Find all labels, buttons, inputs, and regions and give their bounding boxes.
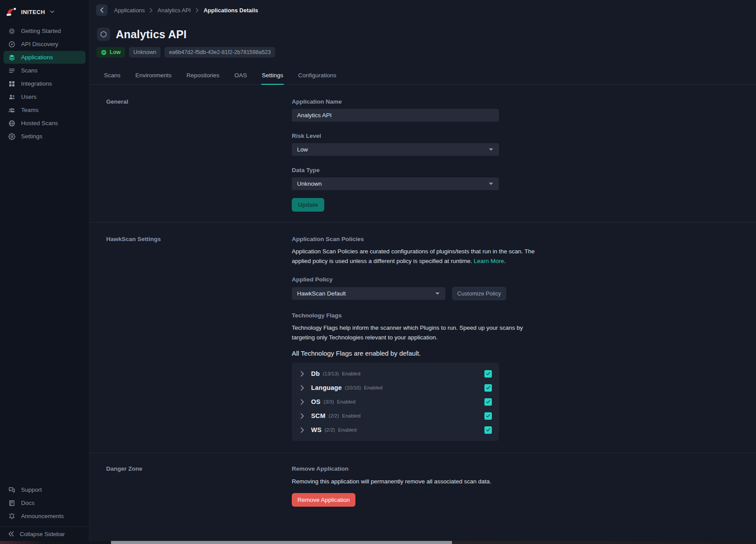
update-button[interactable]: Update — [292, 198, 324, 212]
sidebar-item-hosted-scans[interactable]: Hosted Scans — [4, 117, 86, 130]
bell-icon — [8, 512, 16, 520]
remove-application-button[interactable]: Remove Application — [292, 493, 355, 507]
sidebar-item-applications[interactable]: Applications — [4, 51, 86, 64]
technology-flags-note: All Technology Flags are enabled by defa… — [292, 349, 756, 357]
sidebar-item-label: Applications — [21, 54, 53, 61]
sidebar-footer: Support Docs Announcements — [0, 483, 89, 526]
collapse-sidebar-label: Collapse Sidebar — [20, 531, 65, 537]
data-type-label: Data Type — [292, 167, 499, 173]
chevron-right-icon — [301, 371, 304, 377]
globe-icon — [8, 119, 16, 127]
flag-row-ws[interactable]: WS (2/2) Enabled — [292, 423, 499, 437]
discovery-compass-icon — [8, 40, 16, 48]
sidebar-item-support[interactable]: Support — [4, 483, 86, 496]
sidebar-item-settings[interactable]: Settings — [4, 130, 86, 143]
back-button[interactable] — [96, 4, 107, 16]
danger-zone-label: Danger Zone — [106, 465, 292, 507]
sidebar-item-integrations[interactable]: Integrations — [4, 77, 86, 90]
customize-policy-button[interactable]: Customize Policy — [452, 287, 506, 300]
horizontal-scrollbar — [0, 541, 756, 544]
caret-down-icon — [488, 182, 494, 185]
tab-configurations[interactable]: Configurations — [297, 68, 337, 84]
danger-zone-section: Danger Zone Remove Application Removing … — [90, 453, 756, 507]
flag-count: (3/3) — [323, 399, 334, 404]
risk-badge-label: Low — [110, 49, 121, 55]
sidebar-item-label: Announcements — [21, 513, 64, 519]
technology-flags-panel: Db (13/13) Enabled Language (10/10) Enab… — [292, 363, 499, 441]
layers-icon — [8, 54, 16, 61]
applied-policy-select[interactable]: HawkScan Default — [292, 287, 445, 300]
breadcrumb: Applications Analytics API Applications … — [96, 4, 756, 16]
page-header: Analytics API — [97, 28, 756, 41]
flag-checkbox[interactable] — [484, 398, 492, 406]
risk-level-value: Low — [297, 146, 308, 153]
hawkscan-settings-section: HawkScan Settings Application Scan Polic… — [90, 223, 756, 453]
collapse-sidebar-button[interactable]: Collapse Sidebar — [0, 526, 89, 541]
general-section: General Application Name Risk Level Low … — [90, 85, 756, 222]
chevron-right-icon — [301, 399, 304, 405]
scan-policies-description: Application Scan Policies are curated co… — [292, 247, 537, 266]
horizontal-scrollbar-thumb[interactable] — [111, 541, 452, 544]
technology-flags-heading: Technology Flags — [292, 312, 756, 319]
flag-name: Language — [311, 384, 342, 391]
flag-checkbox[interactable] — [484, 370, 492, 378]
sidebar-item-scans[interactable]: Scans — [4, 64, 86, 77]
flag-checkbox[interactable] — [484, 384, 492, 392]
breadcrumb-analytics-api[interactable]: Analytics API — [158, 7, 191, 14]
flag-name: WS — [311, 426, 322, 433]
chevron-right-icon — [196, 8, 199, 13]
santa-hat-logo-icon — [6, 7, 17, 17]
main-content: Applications Analytics API Applications … — [90, 0, 756, 544]
flag-row-scm[interactable]: SCM (2/2) Enabled — [292, 409, 499, 423]
sidebar-item-label: Teams — [21, 107, 39, 113]
sidebar-item-docs[interactable]: Docs — [4, 497, 86, 509]
flag-row-db[interactable]: Db (13/13) Enabled — [292, 367, 499, 381]
remove-application-heading: Remove Application — [292, 465, 756, 472]
gear-icon — [8, 133, 16, 141]
flag-status: Enabled — [364, 385, 383, 390]
flag-checkbox[interactable] — [484, 412, 492, 420]
sidebar-item-teams[interactable]: Teams — [4, 104, 86, 116]
tab-repositories[interactable]: Repositories — [186, 68, 220, 84]
sidebar-item-users[interactable]: Users — [4, 90, 86, 103]
tab-oas[interactable]: OAS — [233, 68, 248, 84]
data-type-badge: Unknown — [129, 47, 161, 58]
application-name-input[interactable] — [292, 109, 499, 122]
team-icon — [8, 106, 16, 114]
sidebar-item-label: Settings — [21, 133, 43, 140]
scan-policies-description-tail: . — [504, 258, 506, 264]
org-switcher[interactable]: INITECH — [0, 0, 89, 25]
flag-name: Db — [311, 370, 320, 377]
sidebar: INITECH Getting Started API Discovery — [0, 0, 90, 544]
application-name-label: Application Name — [292, 98, 499, 105]
flag-count: (2/2) — [325, 427, 335, 432]
app-id-badge: ea6b47d2-f5db-43e2-81f2-2b781598a523 — [165, 47, 275, 58]
sidebar-item-getting-started[interactable]: Getting Started — [4, 25, 86, 37]
double-chevron-left-icon — [8, 531, 14, 537]
flag-row-language[interactable]: Language (10/10) Enabled — [292, 381, 499, 395]
caret-down-icon — [435, 292, 440, 295]
tab-environments[interactable]: Environments — [135, 68, 173, 84]
risk-level-select[interactable]: Low — [292, 143, 499, 156]
tab-settings[interactable]: Settings — [261, 68, 284, 84]
chevron-right-icon — [301, 385, 304, 391]
app-root: INITECH Getting Started API Discovery — [0, 0, 756, 544]
tab-scans[interactable]: Scans — [103, 68, 122, 84]
data-type-select[interactable]: Unknown — [292, 177, 499, 190]
chevron-left-icon — [100, 7, 104, 13]
flag-name: OS — [311, 398, 320, 405]
chevron-right-icon — [301, 413, 304, 419]
flag-count: (10/10) — [345, 385, 361, 390]
list-lines-icon — [8, 67, 16, 75]
sidebar-item-announcements[interactable]: Announcements — [4, 510, 86, 522]
chevron-down-icon — [50, 11, 54, 13]
flag-count: (2/2) — [329, 413, 339, 418]
applied-policy-label: Applied Policy — [292, 276, 756, 283]
general-section-label: General — [106, 98, 292, 212]
sidebar-item-api-discovery[interactable]: API Discovery — [4, 38, 86, 50]
flag-checkbox[interactable] — [484, 426, 492, 434]
learn-more-link[interactable]: Learn More — [474, 258, 504, 264]
flag-status: Enabled — [342, 371, 360, 376]
flag-row-os[interactable]: OS (3/3) Enabled — [292, 395, 499, 409]
breadcrumb-applications[interactable]: Applications — [114, 7, 145, 14]
